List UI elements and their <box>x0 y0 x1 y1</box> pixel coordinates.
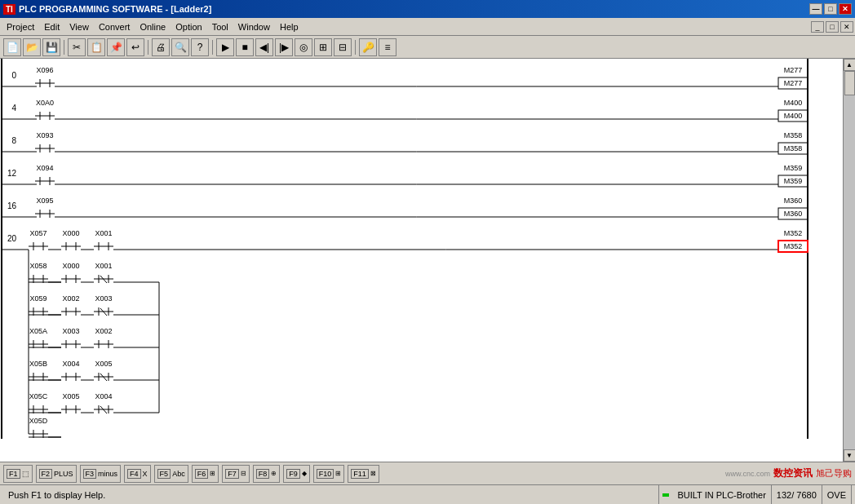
f1-label: ⬚ <box>22 470 29 478</box>
sep2 <box>148 40 148 55</box>
status-plc: BUILT IN PLC-Brother <box>672 485 771 504</box>
f10-icon: F10 <box>317 469 334 479</box>
menu-online[interactable]: Online <box>135 18 171 35</box>
maximize-button[interactable]: □ <box>824 3 837 15</box>
status-mode: OVE <box>822 485 852 504</box>
window-controls[interactable]: — □ ✕ <box>809 3 852 15</box>
f11-icon: F11 <box>351 469 369 479</box>
new-button[interactable]: 📄 <box>3 38 21 56</box>
close-button[interactable]: ✕ <box>839 3 852 15</box>
menu-window[interactable]: Window <box>233 18 275 35</box>
zoom-button[interactable]: 🔍 <box>171 38 189 56</box>
bottom-toolbar: F1 ⬚ F2 PLUS F3 minus F4 X F5 Abc F6 ⊞ F… <box>0 462 855 484</box>
sep1 <box>64 40 64 55</box>
f6-icon: F6 <box>195 469 209 479</box>
main-area: ▲ ▼ <box>0 59 855 462</box>
plc-model-text: BUILT IN PLC-Brother <box>677 490 765 500</box>
f4-button[interactable]: F4 X <box>124 465 151 483</box>
f5-icon: F5 <box>157 469 171 479</box>
f1-button[interactable]: F1 ⬚ <box>3 465 33 483</box>
f4-label: X <box>143 470 148 478</box>
f3-button[interactable]: F3 minus <box>80 465 122 483</box>
f9-label: ◆ <box>302 470 307 477</box>
print-button[interactable]: 🖨 <box>152 38 170 56</box>
menu-tool[interactable]: Tool <box>207 18 233 35</box>
status-bar: Push F1 to display Help. BUILT IN PLC-Br… <box>0 484 855 504</box>
menu-convert[interactable]: Convert <box>94 18 135 35</box>
f9-button[interactable]: F9 ◆ <box>283 465 310 483</box>
f2-label: PLUS <box>54 470 73 478</box>
f11-label: ⊠ <box>370 470 376 477</box>
f8-label: ⊕ <box>271 470 277 477</box>
status-indicator <box>662 493 669 497</box>
paste-button[interactable]: 📌 <box>107 38 125 56</box>
f7-label: ⊟ <box>241 470 246 477</box>
f5-label: Abc <box>172 470 185 478</box>
title-text: PLC PROGRAMMING SOFTWARE - [Ladder2] <box>19 4 212 14</box>
f10-label: ⊞ <box>335 470 341 477</box>
scroll-up-button[interactable]: ▲ <box>844 59 856 71</box>
menu-edit[interactable]: Edit <box>39 18 64 35</box>
scroll-track[interactable] <box>844 71 855 449</box>
menu-bar: Project Edit View Convert Online Option … <box>0 18 855 36</box>
menu-help[interactable]: Help <box>275 18 303 35</box>
f9-icon: F9 <box>286 469 300 479</box>
monitor3-button[interactable]: ⊟ <box>334 38 352 56</box>
mdi-restore[interactable]: □ <box>826 21 839 33</box>
main-toolbar: 📄 📂 💾 ✂ 📋 📌 ↩ 🖨 🔍 ? ▶ ■ ◀| |▶ ◎ ⊞ ⊟ 🔑 ≡ <box>0 36 855 59</box>
stop-button[interactable]: ■ <box>236 38 254 56</box>
f6-button[interactable]: F6 ⊞ <box>192 465 219 483</box>
website-text: www.cnc.com <box>725 470 770 478</box>
key-button[interactable]: 🔑 <box>359 38 377 56</box>
monitor1-button[interactable]: ◎ <box>295 38 312 56</box>
step-fwd-button[interactable]: |▶ <box>275 38 293 56</box>
f8-icon: F8 <box>256 469 270 479</box>
mdi-minimize[interactable]: _ <box>811 21 824 33</box>
vertical-scrollbar[interactable]: ▲ ▼ <box>843 59 855 462</box>
f1-icon: F1 <box>7 469 20 479</box>
status-help: Push F1 to display Help. <box>3 485 659 504</box>
ladder-area[interactable] <box>0 59 843 462</box>
title-bar: TI PLC PROGRAMMING SOFTWARE - [Ladder2] … <box>0 0 855 18</box>
ladder-canvas[interactable] <box>0 59 831 439</box>
copy-button[interactable]: 📋 <box>87 38 105 56</box>
f7-button[interactable]: F7 ⊟ <box>222 465 250 483</box>
status-counter: 132/ 7680 <box>772 485 822 504</box>
menu-option[interactable]: Option <box>171 18 206 35</box>
run-button[interactable]: ▶ <box>216 38 234 56</box>
ladder-button[interactable]: ≡ <box>379 38 396 56</box>
scroll-thumb[interactable] <box>844 71 855 95</box>
f4-icon: F4 <box>127 469 141 479</box>
mdi-close[interactable]: ✕ <box>840 21 853 33</box>
cut-button[interactable]: ✂ <box>68 38 86 56</box>
f2-icon: F2 <box>39 469 53 479</box>
sep3 <box>212 40 213 55</box>
save-button[interactable]: 💾 <box>42 38 60 56</box>
f6-label: ⊞ <box>210 470 215 477</box>
minimize-button[interactable]: — <box>809 3 822 15</box>
f10-button[interactable]: F10 ⊞ <box>313 465 345 483</box>
counter-text: 132/ 7680 <box>777 490 817 500</box>
app-icon: TI <box>3 4 16 15</box>
f5-button[interactable]: F5 Abc <box>154 465 188 483</box>
menu-view[interactable]: View <box>64 18 94 35</box>
help-text: Push F1 to display Help. <box>8 490 105 500</box>
undo-button[interactable]: ↩ <box>126 38 144 56</box>
f7-icon: F7 <box>225 469 239 479</box>
watermark-sub: 旭己导购 <box>816 467 852 480</box>
menu-project[interactable]: Project <box>2 18 39 35</box>
f3-label: minus <box>98 470 117 478</box>
watermark-text: 数控资讯 <box>773 466 813 480</box>
help-button[interactable]: ? <box>191 38 209 56</box>
f3-icon: F3 <box>83 469 97 479</box>
open-button[interactable]: 📂 <box>23 38 41 56</box>
f11-button[interactable]: F11 ⊠ <box>348 465 379 483</box>
step-back-button[interactable]: ◀| <box>255 38 273 56</box>
monitor2-button[interactable]: ⊞ <box>314 38 332 56</box>
f8-button[interactable]: F8 ⊕ <box>253 465 281 483</box>
f2-button[interactable]: F2 PLUS <box>36 465 77 483</box>
mode-text: OVE <box>827 490 846 500</box>
scroll-down-button[interactable]: ▼ <box>844 449 856 462</box>
sep4 <box>355 40 356 55</box>
